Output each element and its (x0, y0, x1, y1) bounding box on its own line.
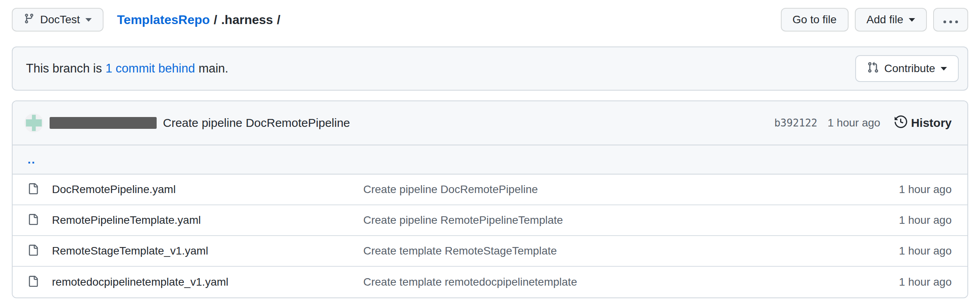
file-commit-message-link[interactable]: Create template remotedocpipelinetemplat… (363, 276, 852, 288)
file-browser-box: Create pipeline DocRemotePipeline b39212… (12, 100, 968, 298)
history-clock-icon (895, 115, 907, 131)
file-commit-time: 1 hour ago (865, 214, 952, 227)
contribute-icon (867, 61, 879, 76)
toolbar: DocTest TemplatesRepo / .harness / Go to… (12, 8, 968, 32)
file-name-link[interactable]: remotedocpipelinetemplate_v1.yaml (52, 276, 350, 288)
file-commit-time: 1 hour ago (865, 276, 952, 288)
latest-commit-meta: b392122 1 hour ago History (774, 115, 952, 131)
table-row: DocRemotePipeline.yaml Create pipeline D… (13, 175, 967, 205)
more-options-button[interactable] (933, 8, 968, 32)
add-file-button[interactable]: Add file (855, 8, 927, 32)
file-name-link[interactable]: RemoteStageTemplate_v1.yaml (52, 245, 350, 257)
kebab-horizontal-icon (943, 13, 958, 26)
repo-file-browser: DocTest TemplatesRepo / .harness / Go to… (0, 8, 980, 301)
history-link[interactable]: History (895, 115, 952, 131)
go-to-file-button[interactable]: Go to file (781, 8, 849, 32)
contribute-button[interactable]: Contribute (855, 55, 959, 82)
chevron-down-icon (909, 18, 915, 22)
commit-timestamp: 1 hour ago (828, 117, 880, 129)
latest-commit-header: Create pipeline DocRemotePipeline b39212… (13, 101, 967, 145)
file-name-link[interactable]: RemotePipelineTemplate.yaml (52, 214, 350, 227)
table-row: RemoteStageTemplate_v1.yaml Create templ… (13, 236, 967, 267)
chevron-down-icon (941, 67, 947, 71)
add-file-label: Add file (867, 13, 903, 26)
file-commit-message-link[interactable]: Create pipeline RemotePipelineTemplate (363, 214, 852, 227)
chevron-down-icon (85, 18, 92, 22)
file-commit-time: 1 hour ago (865, 183, 952, 196)
branch-name-label: DocTest (40, 13, 80, 26)
commits-behind-link[interactable]: 1 commit behind (105, 61, 195, 76)
author-avatar[interactable] (24, 113, 43, 132)
breadcrumb: TemplatesRepo / .harness / (117, 13, 280, 27)
file-commit-time: 1 hour ago (865, 245, 952, 257)
toolbar-actions: Go to file Add file (781, 8, 968, 32)
parent-directory-row[interactable]: .. (13, 145, 967, 175)
redacted-author-name[interactable] (50, 117, 157, 129)
file-commit-message-link[interactable]: Create pipeline DocRemotePipeline (363, 183, 852, 196)
commit-sha-link[interactable]: b392122 (774, 117, 817, 129)
breadcrumb-separator: / (214, 13, 217, 27)
parent-directory-link[interactable]: .. (28, 153, 36, 166)
git-branch-icon (24, 13, 35, 27)
breadcrumb-current-folder: .harness (221, 13, 273, 27)
table-row: RemotePipelineTemplate.yaml Create pipel… (13, 205, 967, 236)
table-row: remotedocpipelinetemplate_v1.yaml Create… (13, 267, 967, 297)
file-icon (28, 276, 39, 288)
branch-status-banner: This branch is 1 commit behind main. Con… (12, 46, 968, 91)
breadcrumb-trailing-separator: / (277, 13, 281, 27)
latest-commit-message[interactable]: Create pipeline DocRemotePipeline (163, 116, 350, 130)
branch-status-prefix: This branch is (26, 61, 102, 76)
branch-selector-button[interactable]: DocTest (12, 8, 104, 32)
breadcrumb-repo-link[interactable]: TemplatesRepo (117, 13, 210, 27)
file-commit-message-link[interactable]: Create template RemoteStageTemplate (363, 245, 852, 257)
file-name-link[interactable]: DocRemotePipeline.yaml (52, 183, 350, 196)
branch-status-text: This branch is 1 commit behind main. (26, 61, 228, 76)
file-icon (28, 245, 39, 257)
branch-status-suffix: main. (198, 61, 228, 76)
history-label: History (911, 116, 952, 130)
file-icon (28, 183, 39, 196)
file-icon (28, 214, 39, 227)
contribute-label: Contribute (884, 62, 935, 75)
